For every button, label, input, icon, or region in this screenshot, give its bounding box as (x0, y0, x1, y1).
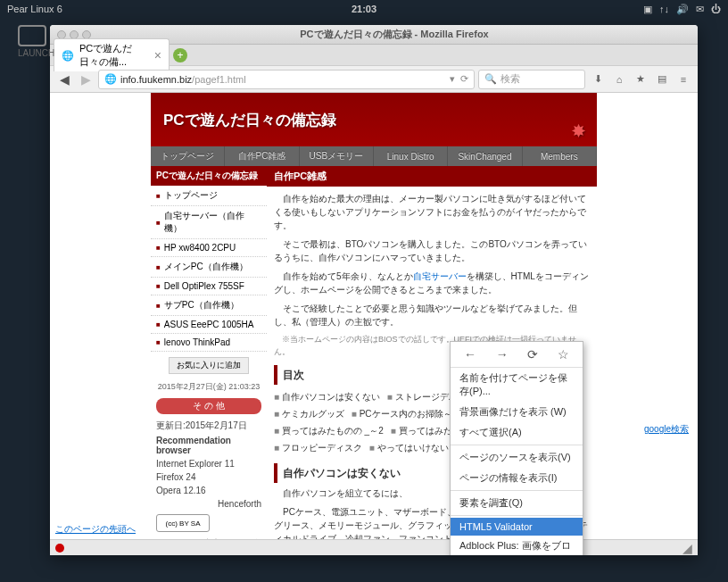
rec-browser: Internet Explorer 11 (151, 457, 267, 470)
page-top-link[interactable]: このページの先頭へ (55, 523, 136, 536)
tab-title: PCで遊んだ日々の備... (79, 42, 149, 69)
tab-favicon: 🌐 (62, 50, 74, 62)
rec-heading: Recommendation browser (151, 434, 267, 457)
nav-item[interactable]: Linux Distro (374, 146, 448, 166)
context-nav-row: ← → ⟳ ☆ (451, 342, 583, 368)
launcher-icon (18, 25, 46, 46)
sidebar-item[interactable]: ASUS EeePC 1005HA (151, 316, 267, 334)
tab-bar: 🌐 PCで遊んだ日々の備... × + (50, 45, 698, 66)
henceforth-label: Henceforth (151, 497, 267, 511)
toc-link[interactable]: 自作パソコンは安くない (274, 390, 380, 403)
browser-tab[interactable]: 🌐 PCで遊んだ日々の備... × (54, 38, 170, 71)
toc-link[interactable]: フロッピーディスク (274, 441, 362, 454)
reader-icon[interactable]: ▾ (450, 73, 455, 85)
volume-icon[interactable]: 🔊 (676, 4, 689, 15)
forward-button[interactable]: ▶ (77, 71, 95, 88)
sidebar-item[interactable]: サブPC（自作機） (151, 295, 267, 316)
toc-link[interactable]: 買ってはみたものの _～2 (274, 424, 384, 437)
context-menu-item[interactable]: ページの情報を表示(I) (451, 468, 583, 488)
blog-sidebar: PCで遊んだ日々の備忘録 トップページ自宅サーバー（自作機）HP xw8400 … (151, 166, 267, 539)
search-icon: 🔍 (484, 73, 497, 85)
launcher[interactable]: LAUNCH (18, 25, 54, 58)
tray-icon[interactable]: ▣ (643, 4, 652, 15)
ctx-bookmark-icon[interactable]: ☆ (558, 347, 569, 362)
context-menu-item[interactable]: 要素を調査(Q) (451, 493, 583, 513)
sidebar-section-other: そ の 他 (156, 398, 261, 414)
window-title: PCで遊んだ日々の備忘録 - Mozilla Firefox (98, 28, 691, 41)
favorite-button[interactable]: お気に入りに追加 (169, 357, 249, 374)
window-close-button[interactable] (57, 30, 66, 39)
sidebar-heading: PCで遊んだ日々の備忘録 (151, 166, 267, 186)
url-host: info.fuukemn.biz (120, 74, 192, 85)
blog-header: PCで遊んだ日々の備忘録 ✸ (151, 93, 597, 146)
gear-icon: ✸ (572, 121, 588, 137)
downloads-icon[interactable]: ⬇ (589, 73, 607, 85)
nav-item[interactable]: トップページ (151, 146, 225, 166)
context-menu: ← → ⟳ ☆ 名前を付けてページを保存(P)...背景画像だけを表示 (W)す… (450, 341, 583, 555)
sidebar-datetime: 2015年2月27日(金) 21:03:23 (151, 379, 267, 395)
ctx-reload-icon[interactable]: ⟳ (527, 347, 538, 362)
window-max-button[interactable] (82, 30, 91, 39)
home-server-link[interactable]: 自宅サーバー (413, 271, 467, 281)
nav-item[interactable]: SkinChanged (448, 146, 522, 166)
firefox-window: PCで遊んだ日々の備忘録 - Mozilla Firefox 🌐 PCで遊んだ日… (50, 25, 698, 555)
sidebar-item[interactable]: HP xw8400 2CPU (151, 239, 267, 257)
context-menu-item[interactable]: HTML5 Validator (451, 518, 583, 536)
ctx-back-icon[interactable]: ← (464, 347, 476, 362)
rec-browser: Firefox 24 (151, 470, 267, 484)
rec-browser: Opera 12.16 (151, 484, 267, 497)
ctx-forward-icon[interactable]: → (496, 347, 509, 362)
context-menu-item[interactable]: すべて選択(A) (451, 422, 583, 443)
menu-icon[interactable]: ≡ (674, 74, 692, 85)
context-menu-item[interactable]: ページのソースを表示(V) (451, 447, 583, 468)
home-icon[interactable]: ⌂ (610, 74, 628, 85)
cc-license-badge[interactable]: (cc) BY SA (156, 514, 210, 532)
sidebar-updated: 更新日:2015年2月17日 (151, 418, 267, 434)
reload-icon[interactable]: ⟳ (460, 73, 468, 85)
browser-toolbar: ◀ ▶ 🌐 info.fuukemn.biz /pagef1.html ▾ ⟳ … (50, 66, 698, 93)
nav-item[interactable]: USBメモリー (300, 146, 374, 166)
systray: ▣ ↑↓ 🔊 ✉ ⏻ (643, 4, 721, 15)
addon-indicator-icon[interactable] (55, 544, 64, 553)
blog-title: PCで遊んだ日々の備忘録 (163, 110, 336, 130)
back-button[interactable]: ◀ (55, 71, 73, 88)
sidebar-item[interactable]: Dell OptiPlex 755SF (151, 278, 267, 295)
url-path: /pagef1.html (192, 74, 246, 85)
context-menu-item[interactable]: Adblock Plus: 画像をブロック... (451, 536, 583, 555)
blog-nav: トップページ自作PC雑感USBメモリーLinux DistroSkinChang… (151, 146, 597, 166)
sidebar-item[interactable]: lenovo ThinkPad (151, 334, 267, 352)
network-icon[interactable]: ↑↓ (659, 4, 669, 14)
os-clock: 21:03 (352, 4, 376, 14)
page-content[interactable]: PCで遊んだ日々の備忘録 ✸ トップページ自作PC雑感USBメモリーLinux … (50, 93, 698, 539)
sidebar-item[interactable]: トップページ (151, 186, 267, 206)
url-bar[interactable]: 🌐 info.fuukemn.biz /pagef1.html ▾ ⟳ (98, 70, 475, 89)
article-heading: 自作PC雑感 (267, 166, 597, 187)
os-top-bar: Pear Linux 6 21:03 ▣ ↑↓ 🔊 ✉ ⏻ (0, 0, 728, 18)
status-bar: ◢ (50, 539, 698, 555)
mail-icon[interactable]: ✉ (696, 4, 704, 15)
toc-link[interactable]: ケミカルグッズ (274, 407, 344, 420)
bookmark-icon[interactable]: ★ (632, 73, 649, 85)
context-menu-item[interactable]: 名前を付けてページを保存(P)... (451, 368, 583, 402)
sidebar-item[interactable]: 自宅サーバー（自作機） (151, 206, 267, 239)
sidebar-item[interactable]: メインPC（自作機） (151, 257, 267, 278)
site-identity-icon[interactable]: 🌐 (104, 73, 117, 85)
nav-item[interactable]: 自作PC雑感 (225, 146, 299, 166)
bookmarks-menu-icon[interactable]: ▤ (653, 73, 671, 85)
nav-item[interactable]: Members (523, 146, 597, 166)
window-min-button[interactable] (70, 30, 79, 39)
search-placeholder: 検索 (500, 72, 520, 86)
resize-grip-icon[interactable]: ◢ (682, 541, 692, 555)
power-icon[interactable]: ⏻ (711, 4, 721, 14)
new-tab-button[interactable]: + (173, 48, 187, 62)
search-bar[interactable]: 🔍 検索 (478, 70, 585, 89)
tab-close-button[interactable]: × (154, 48, 161, 62)
os-name: Pear Linux 6 (7, 4, 62, 14)
context-menu-item[interactable]: 背景画像だけを表示 (W) (451, 402, 583, 422)
google-search-link[interactable]: google検索 (644, 423, 689, 436)
